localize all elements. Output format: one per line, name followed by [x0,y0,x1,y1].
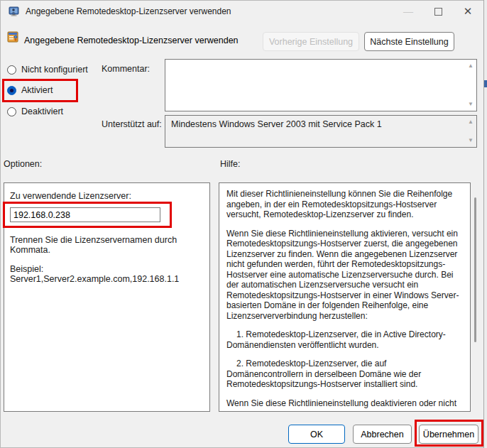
policy-setting-dialog: Angegebene Remotedesktop-Lizenzserver ve… [0,0,487,448]
help-scrollbar[interactable] [474,197,476,342]
help-section-label: Hilfe: [220,159,240,169]
radio-not-configured[interactable]: Nicht konfiguriert [7,65,88,75]
help-paragraph: 1. Remotedesktop-Lizenzserver, die in Ac… [226,329,463,350]
radio-label: Deaktiviert [21,106,63,116]
radio-selected-icon [7,86,16,95]
help-paragraph: Wenn Sie diese Richtlinieneinstellung ak… [226,229,463,322]
radio-label: Nicht konfiguriert [21,65,88,75]
previous-setting-button[interactable]: Vorherige Einstellung [263,32,359,51]
scroll-up-icon[interactable]: ▲ [468,119,474,125]
help-paragraph: 2. Remotedesktop-Lizenzserver, die auf D… [226,359,463,390]
policy-setting-icon [7,31,18,43]
scroll-down-icon[interactable]: ▼ [468,102,474,107]
help-text-panel[interactable]: Mit dieser Richtlinieneinstellung können… [219,182,471,412]
supported-on-textarea: Mindestens Windows Server 2003 mit Servi… [165,115,477,148]
next-setting-button[interactable]: Nächste Einstellung [364,32,454,51]
radio-circle-icon [7,107,16,116]
help-paragraph: Mit dieser Richtlinieneinstellung können… [226,189,463,220]
titlebar: Angegebene Remotedesktop-Lizenzserver ve… [0,0,483,23]
window-title: Angegebene Remotedesktop-Lizenzserver ve… [26,6,231,16]
license-server-label: Zu verwendende Lizenzserver: [10,191,204,201]
ok-button[interactable]: OK [288,425,345,444]
comment-label: Kommentar: [102,64,150,74]
options-panel: Zu verwendende Lizenzserver: Trennen Sie… [4,182,210,412]
supported-on-label: Unterstützt auf: [102,119,162,129]
minimize-button[interactable]: — [393,0,424,23]
help-paragraph: Wenn Sie diese Richtlinieneinstellung de… [226,398,463,409]
radio-disabled[interactable]: Deaktiviert [7,106,63,116]
background-window-fragment [484,80,487,87]
cancel-button[interactable]: Abbrechen [353,425,412,444]
apply-button[interactable]: Übernehmen [419,425,478,444]
radio-label: Aktiviert [21,85,53,95]
scroll-up-icon[interactable]: ▲ [468,63,474,69]
radio-enabled[interactable]: Aktiviert [7,85,53,95]
scroll-down-icon[interactable]: ▼ [468,138,474,143]
comment-textarea[interactable]: ▲ ▼ [165,59,477,111]
radio-circle-icon [7,65,16,75]
maximize-icon [434,8,442,16]
maximize-button[interactable] [422,0,454,23]
license-server-input[interactable] [10,207,160,222]
remote-desktop-icon [9,6,20,17]
options-section-label: Optionen: [4,159,42,169]
supported-on-value: Mindestens Windows Server 2003 mit Servi… [171,119,382,129]
background-window-edge [483,0,487,448]
example-hint-text: Beispiel: Server1,Server2.example.com,19… [10,264,204,284]
setting-title: Angegebene Remotedesktop-Lizenzserver ve… [24,35,239,45]
close-button[interactable]: ✕ [452,0,483,23]
comma-hint-text: Trennen Sie die Lizenzservernamen durch … [10,235,204,255]
